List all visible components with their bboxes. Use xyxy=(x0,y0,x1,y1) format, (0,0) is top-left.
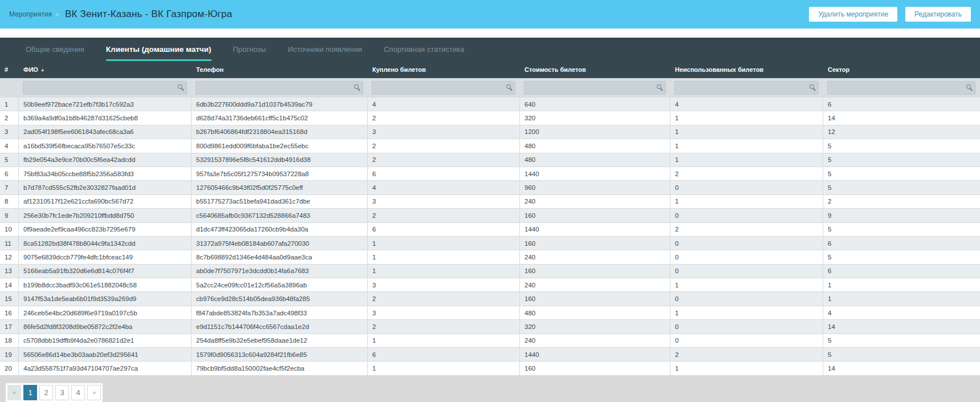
filter-input-tickets_cost[interactable] xyxy=(524,81,666,95)
cell-phone: ab0de7f7507971e3dcdd0b14fa6a7683 xyxy=(192,265,368,278)
column-header-tickets_bought[interactable]: Куплено билетов xyxy=(368,66,520,73)
table-row[interactable]: 4a16bd539f56fbecaca95b76507e5c33c800d986… xyxy=(0,139,980,153)
table-row[interactable]: 7b7d787cd555c52fb2e3032827faad01d1276054… xyxy=(0,181,980,194)
cell-fio: 246ceb5e4bc20d689f6e9719a0197c5b xyxy=(19,306,192,319)
column-header-label: # xyxy=(5,66,8,73)
cell-tickets_unused: 1 xyxy=(670,125,823,139)
filter-input-fio[interactable] xyxy=(23,81,187,95)
cell-tickets_unused: 2 xyxy=(670,348,823,361)
pagination-next-button[interactable]: » xyxy=(87,385,101,400)
cell-tickets_cost: 480 xyxy=(520,306,670,319)
cell-index: 12 xyxy=(0,250,19,263)
cell-sector: 1 xyxy=(823,292,980,305)
table-row[interactable]: 675bf83a34b05ccbe88f5b2356a583fd3957fa3e… xyxy=(0,167,980,181)
tab-sportstats[interactable]: Спортивная статистика xyxy=(384,38,464,61)
cell-sector: 4 xyxy=(823,306,980,319)
cell-sector: 12 xyxy=(823,125,980,139)
edit-event-button[interactable]: Редактировать xyxy=(905,7,971,22)
pagination: «1234» xyxy=(6,383,103,402)
column-header-index[interactable]: # xyxy=(0,66,19,73)
column-header-tickets_unused[interactable]: Неиспользованных билетов xyxy=(670,66,823,73)
search-icon xyxy=(354,84,359,89)
cell-tickets_cost: 1440 xyxy=(520,223,670,236)
tab-sources[interactable]: Источники появления xyxy=(288,38,363,61)
table-row[interactable]: 32ad054f198f5ee6061843afec68ca3a6b267bf6… xyxy=(0,125,980,139)
table-row[interactable]: 1956506e86d14be3b03aab20ef3d2956411579f0… xyxy=(0,348,980,362)
column-header-tickets_cost[interactable]: Стоимость билетов xyxy=(520,66,670,73)
cell-tickets_bought: 1 xyxy=(368,265,520,278)
pagination-page-2[interactable]: 2 xyxy=(39,385,53,400)
table-row[interactable]: 204a23d558751f7a93d47104707ae297ca79bcb9… xyxy=(0,362,980,375)
pagination-prev-button[interactable]: « xyxy=(7,385,21,400)
table-row[interactable]: 14b199b8dcc3badf93c061e51882048c585a2cc2… xyxy=(0,278,980,292)
cell-sector: 6 xyxy=(823,98,980,111)
table-row[interactable]: 9256e30b7fc1ede7b209210ffbdd8d750c564068… xyxy=(0,209,980,222)
cell-sector: 5 xyxy=(823,223,980,236)
delete-event-button[interactable]: Удалить мероприятие xyxy=(809,7,897,22)
cell-phone: 800d9861edd009f6bfaba1be2ec55ebc xyxy=(192,139,368,152)
filter-input-tickets_bought[interactable] xyxy=(372,81,515,95)
filter-input-sector[interactable] xyxy=(827,81,975,95)
cell-fio: a16bd539f56fbecaca95b76507e5c33c xyxy=(19,139,192,152)
cell-tickets_cost: 640 xyxy=(520,98,670,111)
cell-sector: 5 xyxy=(823,181,980,194)
table-row[interactable]: 135166eab5a91fb320d6e6d814c076f4f7ab0de7… xyxy=(0,265,980,278)
table-row[interactable]: 2b369a4a9df0a1b8b46287d31625cbeb8d628d74… xyxy=(0,111,980,125)
cell-fio: 75bf83a34b05ccbe88f5b2356a583fd3 xyxy=(19,167,192,180)
cell-tickets_unused: 1 xyxy=(670,306,823,319)
tab-bar: Общие сведенияКлиенты (домашние матчи)Пр… xyxy=(0,38,980,61)
cell-tickets_bought: 4 xyxy=(368,98,520,111)
tab-general[interactable]: Общие сведения xyxy=(26,38,84,61)
filter-input-tickets_unused[interactable] xyxy=(674,81,819,95)
cell-tickets_bought: 6 xyxy=(368,348,520,361)
cell-phone: 127605466c9b43f02f5d0f25775c0eff xyxy=(192,181,368,194)
cell-sector: 5 xyxy=(823,250,980,263)
cell-tickets_unused: 0 xyxy=(670,265,823,278)
cell-sector: 5 xyxy=(823,167,980,180)
cell-tickets_bought: 2 xyxy=(368,153,520,167)
column-header-phone[interactable]: Телефон xyxy=(192,66,368,73)
cell-tickets_cost: 160 xyxy=(520,209,670,222)
table-row[interactable]: 129075e6839dccb779fe4dfc1bfceac1498c7b69… xyxy=(0,250,980,264)
breadcrumb[interactable]: Мероприятия xyxy=(9,10,52,18)
cell-fio: 2ad054f198f5ee6061843afec68ca3a6 xyxy=(19,125,192,139)
tab-forecasts[interactable]: Прогнозы xyxy=(233,38,266,61)
cell-phone: f847abde853824fa7b353a7adc498f33 xyxy=(192,306,368,319)
pagination-page-4[interactable]: 4 xyxy=(71,385,85,400)
cell-sector: 5 xyxy=(823,153,980,167)
table-row[interactable]: 5fb29e054a3e9ce70b00c5f6ea42adcdd5329153… xyxy=(0,153,980,167)
pagination-page-1[interactable]: 1 xyxy=(23,385,37,400)
top-bar: Мероприятия » ВК Зенит-Казань - ВК Газпр… xyxy=(0,0,980,29)
table-row[interactable]: 100f9aeade2ef9caa496cc823b7295e679d1dc47… xyxy=(0,223,980,237)
cell-index: 2 xyxy=(0,111,19,124)
filter-input-phone[interactable] xyxy=(196,81,363,95)
table-row[interactable]: 159147f53a1de5eab6b01f9d3539a269d9cb976c… xyxy=(0,292,980,306)
header-spacer xyxy=(0,29,980,38)
cell-tickets_bought: 1 xyxy=(368,362,520,375)
cell-tickets_bought: 3 xyxy=(368,306,520,319)
table-row[interactable]: 18c5708dbb19dffb9f4da2e0786821d2e1254da8… xyxy=(0,334,980,348)
tab-clients[interactable]: Клиенты (домашние матчи) xyxy=(106,38,212,61)
topbar-actions: Удалить мероприятие Редактировать xyxy=(809,7,971,22)
cell-tickets_cost: 240 xyxy=(520,195,670,208)
cell-tickets_unused: 4 xyxy=(670,98,823,111)
column-header-sector[interactable]: Сектор xyxy=(823,66,980,73)
cell-tickets_unused: 1 xyxy=(670,139,823,152)
pagination-page-3[interactable]: 3 xyxy=(55,385,69,400)
search-icon xyxy=(178,84,182,89)
cell-fio: fb29e054a3e9ce70b00c5f6ea42adcdd xyxy=(19,153,192,167)
table-row[interactable]: 150b9eef972bace721efb7f3b17c592a36db3b22… xyxy=(0,98,980,111)
table-row[interactable]: 118ca51282bd38f478b8044c9fa1342cdd31372a… xyxy=(0,237,980,250)
cell-phone: 254da8ff5e9b32e5ebef958daae1de12 xyxy=(192,334,368,347)
cell-fio: 0f9aeade2ef9caa496cc823b7295e679 xyxy=(19,223,192,236)
cell-tickets_cost: 160 xyxy=(520,292,670,305)
table-row[interactable]: 1786fe5d2fd8f3208d9be05872c2f2e4bae9d115… xyxy=(0,320,980,334)
cell-index: 7 xyxy=(0,181,19,194)
table-row[interactable]: 8af12310517f12e621ccfa690bc567d72b551775… xyxy=(0,195,980,209)
cell-index: 3 xyxy=(0,125,19,139)
cell-tickets_bought: 3 xyxy=(368,125,520,139)
column-header-fio[interactable]: ФИО▲ xyxy=(19,66,192,73)
table-row[interactable]: 16246ceb5e4bc20d689f6e9719a0197c5bf847ab… xyxy=(0,306,980,320)
cell-sector: 6 xyxy=(823,265,980,278)
cell-tickets_unused: 1 xyxy=(670,111,823,124)
